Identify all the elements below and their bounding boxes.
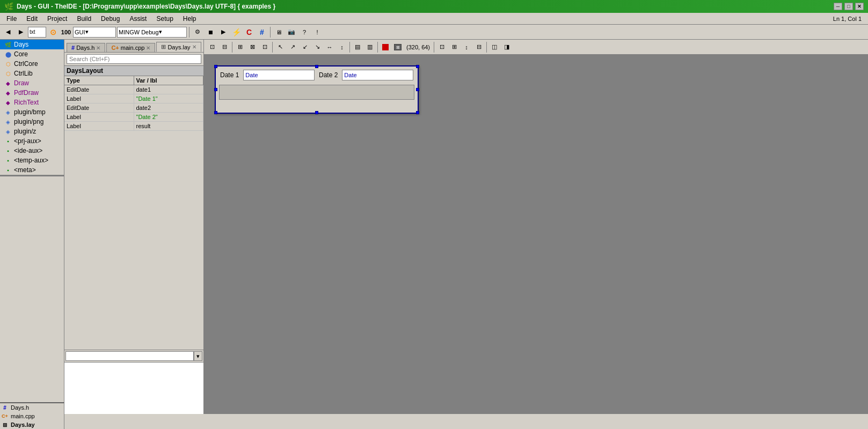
tab-maincpp-close[interactable]: ✕ <box>146 45 150 51</box>
design-tb-5[interactable]: ⊡ <box>259 41 271 53</box>
menu-file[interactable]: File <box>2 14 21 24</box>
design-tb-9[interactable]: ↘ <box>311 41 323 53</box>
titlebar: 🌿 Days - GUI - TheIDE - [D:\Programy\upp… <box>0 0 868 13</box>
sel-handle-bl <box>214 111 217 114</box>
menu-help[interactable]: Help <box>179 14 201 24</box>
tree-item-core[interactable]: ⬤ Core <box>0 49 64 59</box>
menu-project[interactable]: Project <box>43 14 71 24</box>
forward-button[interactable]: ▶ <box>15 26 27 38</box>
design-area[interactable]: Date 1 Date 2 <box>204 55 868 414</box>
tab-main-cpp[interactable]: C+ main.cpp ✕ <box>106 43 155 52</box>
close-button[interactable]: ✕ <box>855 3 864 10</box>
flash-btn[interactable]: ⚡ <box>230 26 242 38</box>
screen-btn[interactable]: 📷 <box>286 26 297 38</box>
gui-dropdown[interactable]: GUI▾ <box>73 27 116 38</box>
build-btn[interactable]: ⚙ <box>192 26 203 38</box>
tree-item-ide-aux[interactable]: ▪ <ide-aux> <box>0 146 64 156</box>
tree-label: Core <box>14 50 28 58</box>
tree-item-draw[interactable]: ◆ Draw <box>0 78 64 88</box>
tree-item-plugin-z[interactable]: ◈ plugin/z <box>0 127 64 136</box>
date1-edit[interactable] <box>243 70 315 80</box>
tree-item-plugin-bmp[interactable]: ◈ plugin/bmp <box>0 107 64 117</box>
tree-item-ctrlcore[interactable]: ⬡ CtrlCore <box>0 59 64 69</box>
sep5 <box>434 42 434 53</box>
tab-days-lay[interactable]: ⊞ Days.lay ✕ <box>156 42 201 52</box>
pluginpng-icon: ◈ <box>4 118 12 125</box>
design-tb-11[interactable]: ↕ <box>336 41 348 53</box>
open-file-daysh[interactable]: # Days.h <box>0 403 64 412</box>
design-tb-10[interactable]: ↔ <box>324 41 335 53</box>
design-tb-15[interactable]: ⊞ <box>448 41 460 53</box>
menu-assist[interactable]: Assist <box>125 14 151 24</box>
date2-label: Date 2 <box>319 71 338 79</box>
form-widget[interactable]: Date 1 Date 2 <box>215 65 419 114</box>
tree-item-richtext[interactable]: ◆ RichText <box>0 98 64 107</box>
tab-daysh-close[interactable]: ✕ <box>96 45 100 51</box>
titlebar-controls[interactable]: ─ □ ✕ <box>834 3 864 10</box>
design-tb-18[interactable]: ◫ <box>488 41 500 53</box>
design-tb-6[interactable]: ↖ <box>274 41 286 53</box>
menu-setup[interactable]: Setup <box>152 14 177 24</box>
open-file-maincpp[interactable]: C+ main.cpp <box>0 412 64 414</box>
design-tb-8[interactable]: ↙ <box>299 41 311 53</box>
table-row[interactable]: Label "Date 1" <box>64 94 203 103</box>
table-row[interactable]: EditDate date1 <box>64 85 203 94</box>
icon-btn[interactable]: ⊙ <box>47 26 59 38</box>
menu-build[interactable]: Build <box>72 14 96 24</box>
stop-btn[interactable]: ⏹ <box>205 26 216 38</box>
design-tb-7[interactable]: ↗ <box>287 41 298 53</box>
minimize-button[interactable]: ─ <box>834 3 842 10</box>
tab-dayslay-label: Days.lay <box>167 44 190 50</box>
maincpp-file-icon: C+ <box>1 412 9 414</box>
tree-item-pdfdraw[interactable]: ◆ PdfDraw <box>0 88 64 98</box>
bottom-select[interactable] <box>65 351 194 361</box>
prjaux-icon: ▪ <box>4 137 12 145</box>
table-row[interactable]: EditDate date2 <box>64 103 203 113</box>
sep3 <box>349 42 350 53</box>
tree-item-meta[interactable]: ▪ <meta> <box>0 165 64 175</box>
table-row[interactable]: Label "Date 2" <box>64 113 203 122</box>
tab-days-h[interactable]: # Days.h ✕ <box>67 43 105 52</box>
sel-handle-ml <box>214 88 217 91</box>
design-tb-1[interactable]: ⊡ <box>206 41 218 53</box>
design-tb-4[interactable]: ⊠ <box>246 41 258 53</box>
design-tb-17[interactable]: ⊟ <box>473 41 485 53</box>
run-btn[interactable]: ▶ <box>217 26 229 38</box>
help2-btn[interactable]: ! <box>311 26 323 38</box>
tree-item-plugin-png[interactable]: ◈ plugin/png <box>0 117 64 127</box>
open-files-panel: # Days.h C+ main.cpp ⊞ Days.lay <box>0 402 64 414</box>
tab-dayslay-close[interactable]: ✕ <box>192 44 196 50</box>
tree-item-prj-aux[interactable]: ▪ <prj-aux> <box>0 136 64 146</box>
table-row[interactable]: Label result <box>64 122 203 131</box>
tree-item-ctrllib[interactable]: ⬡ CtrlLib <box>0 69 64 78</box>
tree-item-temp-aux[interactable]: ▪ <temp-aux> <box>0 156 64 165</box>
props-type-cell: EditDate <box>64 85 134 94</box>
back-button[interactable]: ◀ <box>2 26 14 38</box>
hash-btn[interactable]: # <box>256 26 268 38</box>
date2-edit[interactable] <box>342 70 413 80</box>
design-tb-12[interactable]: ▤ <box>352 41 363 53</box>
tree-item-days[interactable]: 🌿 Days <box>0 40 64 49</box>
design-tb-screenshot[interactable]: ⊠ <box>392 41 404 53</box>
search-input[interactable] <box>67 54 201 64</box>
design-tb-3[interactable]: ⊞ <box>234 41 246 53</box>
design-tb-14[interactable]: ⊡ <box>436 41 448 53</box>
design-tb-16[interactable]: ↕ <box>461 41 472 53</box>
c-btn[interactable]: C <box>243 26 255 38</box>
build-config-dropdown[interactable]: MINGW Debug▾ <box>117 27 187 38</box>
type-dropdown[interactable]: txt <box>28 27 46 38</box>
sel-handle-tc <box>315 65 318 68</box>
help-btn[interactable]: ? <box>298 26 310 38</box>
design-tb-red[interactable] <box>380 41 391 53</box>
design-tb-19[interactable]: ◨ <box>501 41 513 53</box>
design-tb-13[interactable]: ▥ <box>364 41 376 53</box>
maximize-button[interactable]: □ <box>844 3 853 10</box>
props-type-cell: Label <box>64 113 134 121</box>
monitor-btn[interactable]: 🖥 <box>273 26 285 38</box>
design-tb-2[interactable]: ⊟ <box>218 41 230 53</box>
num-btn[interactable]: 100 <box>60 26 72 38</box>
menu-debug[interactable]: Debug <box>97 14 124 24</box>
menu-edit[interactable]: Edit <box>22 14 42 24</box>
separator-1 <box>189 27 189 38</box>
bottom-dropdown-arrow[interactable]: ▾ <box>194 351 202 361</box>
